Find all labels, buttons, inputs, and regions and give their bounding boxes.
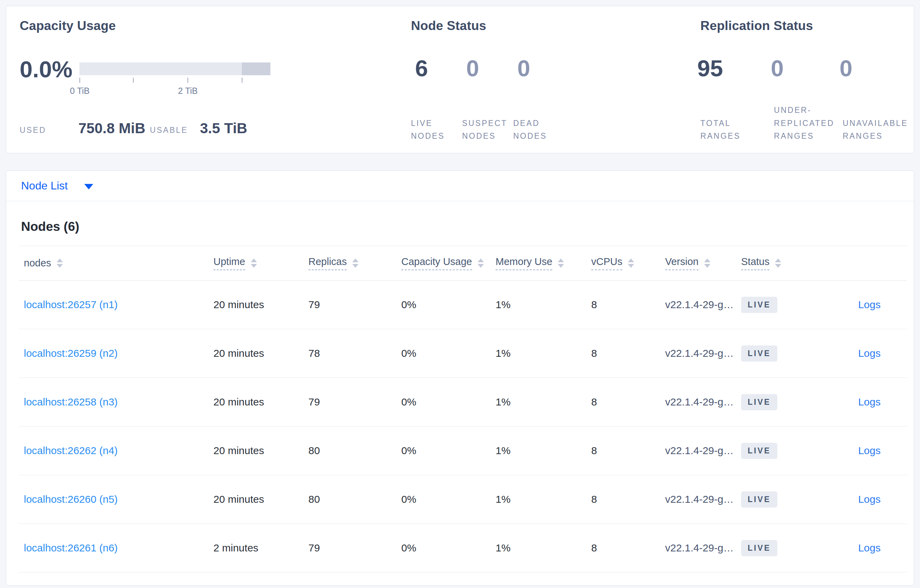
sort-icon [251,258,257,268]
capacity-usage-section: Capacity Usage 0.0% 0 TiB 2 TiB USED 750… [20,6,400,153]
version-cell: v22.1.4-29-g… [665,347,741,359]
unavailable-ranges-value: 0 [839,55,852,81]
replication-status-section: Replication Status 95 0 0 TOTAL RANGES U… [697,6,911,153]
logs-link[interactable]: Logs [858,445,881,456]
capacity-cell: 0% [401,445,496,457]
uptime-cell: 20 minutes [214,396,308,408]
sort-icon [628,258,634,268]
capacity-cell: 0% [401,542,496,554]
table-header-row: nodes Uptime Replicas Capacity Usage Mem… [19,246,907,281]
memory-cell: 1% [496,493,591,505]
capacity-bar-reserved-segment [242,63,270,75]
used-label: USED [20,126,46,135]
sort-icon [352,258,358,268]
version-cell: v22.1.4-29-g… [665,299,741,310]
dead-nodes-value: 0 [517,55,530,81]
memory-cell: 1% [496,299,591,310]
capacity-cell: 0% [401,396,496,408]
under-replicated-ranges-label: UNDER- REPLICATED RANGES [774,106,834,141]
node-status-title: Node Status [411,19,486,33]
sort-icon [704,258,710,268]
logs-link[interactable]: Logs [858,299,881,310]
axis-tick [188,78,188,83]
nodes-table-section: Nodes (6) nodes Uptime Replicas Capacity… [6,201,914,572]
dead-nodes-label: DEAD NODES [513,119,547,141]
usable-value: 3.5 TiB [200,120,247,137]
replicas-cell: 80 [308,445,401,457]
logs-link[interactable]: Logs [858,347,881,359]
sort-icon [57,258,63,268]
capacity-cell: 0% [401,347,496,359]
table-row: localhost:26257 (n1) 20 minutes 79 0% 1%… [19,281,907,329]
replication-status-title: Replication Status [700,19,813,33]
used-value: 750.8 MiB [78,120,146,137]
replicas-cell: 80 [308,493,401,505]
uptime-cell: 20 minutes [214,445,308,457]
memory-cell: 1% [496,445,591,457]
column-header-nodes[interactable]: nodes [19,257,214,269]
table-row: localhost:26261 (n6) 2 minutes 79 0% 1% … [19,524,907,572]
column-header-vcpus[interactable]: vCPUs [591,256,665,270]
capacity-used-usable-row: USED 750.8 MiB USABLE 3.5 TiB [20,120,330,141]
axis-tick-label: 0 TiB [70,86,90,96]
node-link[interactable]: localhost:26260 (n5) [24,493,118,505]
status-badge: LIVE [741,346,777,362]
column-header-capacity-usage[interactable]: Capacity Usage [401,256,496,270]
capacity-cell: 0% [401,493,496,505]
vcpus-cell: 8 [591,542,665,554]
axis-tick [133,78,134,83]
uptime-cell: 2 minutes [214,542,308,554]
node-link[interactable]: localhost:26261 (n6) [24,542,118,554]
suspect-nodes-value: 0 [466,55,479,81]
uptime-cell: 20 minutes [214,493,308,505]
axis-tick-label: 2 TiB [178,86,198,96]
node-link[interactable]: localhost:26257 (n1) [24,299,118,310]
node-link[interactable]: localhost:26258 (n3) [24,396,118,407]
unavailable-ranges-label: UNAVAILABLE RANGES [843,119,908,141]
status-badge: LIVE [741,297,777,313]
node-list-dropdown[interactable]: Node List [6,171,914,201]
sort-icon [558,258,564,268]
cluster-summary-panel: Capacity Usage 0.0% 0 TiB 2 TiB USED 750… [6,6,914,153]
status-badge: LIVE [741,443,777,459]
capacity-bar-chart: 0 TiB 2 TiB [79,63,270,75]
nodes-table-title-block: Nodes (6) [19,201,907,246]
memory-cell: 1% [496,396,591,408]
vcpus-cell: 8 [591,493,665,505]
node-link[interactable]: localhost:26259 (n2) [24,347,118,359]
memory-cell: 1% [496,347,591,359]
vcpus-cell: 8 [591,347,665,359]
column-header-uptime[interactable]: Uptime [214,256,308,270]
vcpus-cell: 8 [591,445,665,457]
version-cell: v22.1.4-29-g… [665,445,741,457]
logs-link[interactable]: Logs [858,542,881,554]
caret-down-icon [84,184,93,189]
column-header-version[interactable]: Version [665,256,741,270]
replicas-cell: 79 [308,396,401,408]
version-cell: v22.1.4-29-g… [665,542,741,554]
total-ranges-value: 95 [697,55,723,81]
version-cell: v22.1.4-29-g… [665,493,741,505]
uptime-cell: 20 minutes [214,299,308,310]
column-header-replicas[interactable]: Replicas [308,256,401,270]
sort-icon [478,258,484,268]
table-row: localhost:26259 (n2) 20 minutes 78 0% 1%… [19,329,907,378]
column-header-status[interactable]: Status [741,256,821,270]
table-row: localhost:26258 (n3) 20 minutes 79 0% 1%… [19,378,907,426]
suspect-nodes-label: SUSPECT NODES [462,119,507,141]
table-row: localhost:26262 (n4) 20 minutes 80 0% 1%… [19,426,907,475]
node-list-panel: Node List Nodes (6) nodes Uptime Replica… [6,170,914,586]
sort-icon [775,258,781,268]
status-badge: LIVE [741,540,777,556]
axis-tick [242,78,243,83]
table-row: localhost:26260 (n5) 20 minutes 80 0% 1%… [19,475,907,524]
replicas-cell: 78 [308,347,401,359]
logs-link[interactable]: Logs [858,493,881,505]
status-badge: LIVE [741,491,777,507]
memory-cell: 1% [496,542,591,554]
node-link[interactable]: localhost:26262 (n4) [24,445,118,456]
logs-link[interactable]: Logs [858,396,881,407]
under-replicated-ranges-value: 0 [771,55,784,81]
usable-label: USABLE [150,126,188,135]
column-header-memory-use[interactable]: Memory Use [496,256,591,270]
